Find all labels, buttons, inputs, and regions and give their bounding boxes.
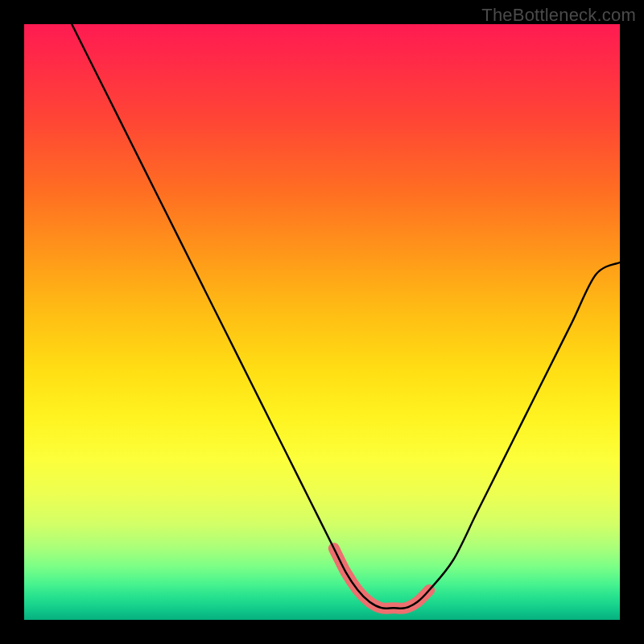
plot-frame [24, 24, 620, 620]
bottleneck-curve-line [72, 24, 620, 609]
chart-page: TheBottleneck.com [0, 0, 644, 644]
watermark-text: TheBottleneck.com [481, 5, 636, 26]
valley-highlight-stroke [334, 548, 429, 609]
curve-svg [24, 24, 620, 620]
